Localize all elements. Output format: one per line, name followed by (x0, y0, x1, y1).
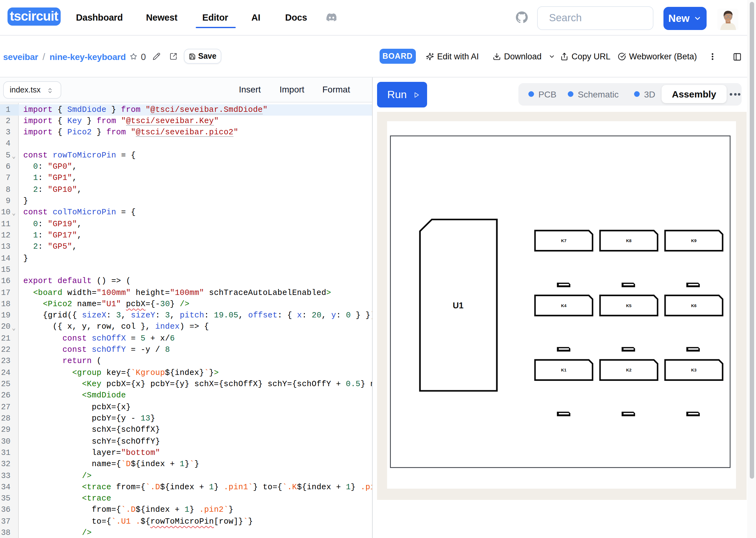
svg-text:K6: K6 (691, 303, 697, 308)
svg-text:K5: K5 (626, 303, 632, 308)
svg-text:K7: K7 (561, 239, 566, 243)
svg-text:K3: K3 (691, 368, 697, 372)
svg-text:U1: U1 (453, 301, 464, 310)
svg-text:K8: K8 (626, 239, 632, 243)
svg-text:K2: K2 (626, 368, 632, 372)
svg-text:K9: K9 (691, 239, 697, 243)
svg-text:K1: K1 (561, 368, 567, 372)
svg-text:K4: K4 (561, 303, 567, 308)
